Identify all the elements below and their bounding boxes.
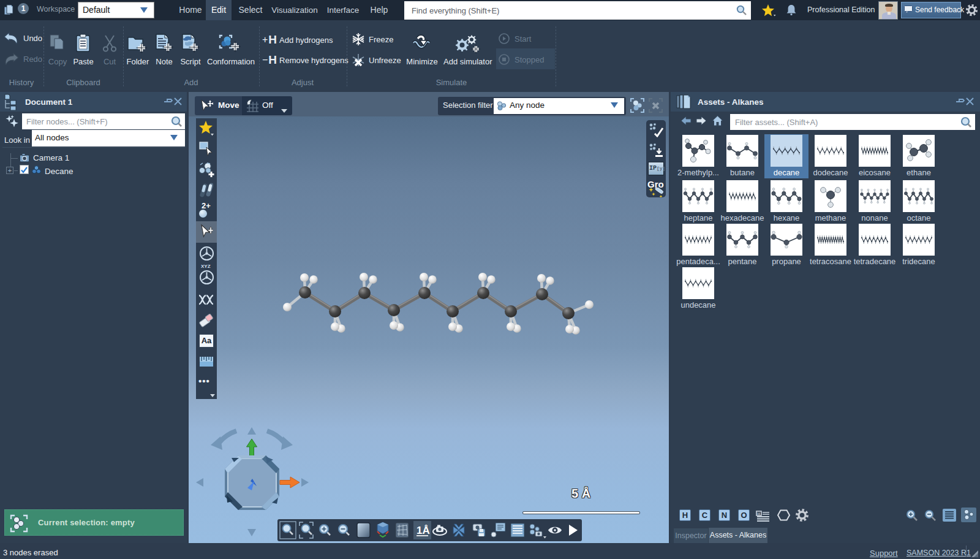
svg-text:1Å: 1Å: [417, 525, 430, 536]
svg-text:H: H: [758, 512, 760, 515]
